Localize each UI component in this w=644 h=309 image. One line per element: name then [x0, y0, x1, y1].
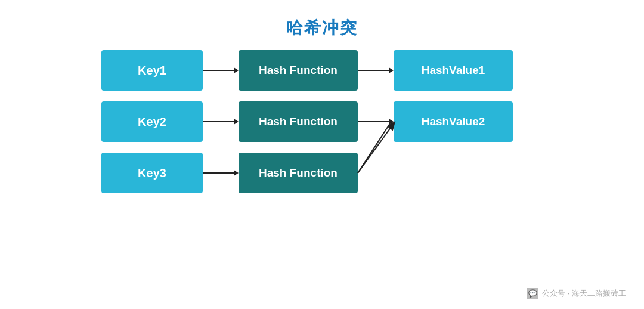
row-2: Key2 Hash Function HashValue2: [101, 101, 513, 142]
row-3: Key3 Hash Function: [101, 153, 513, 193]
hash2-box: Hash Function: [239, 101, 358, 142]
hash1-box: Hash Function: [239, 50, 358, 91]
hash3-box: Hash Function: [239, 153, 358, 193]
wechat-icon: 💬: [527, 288, 538, 299]
diagram-wrapper: Key1 Hash Function HashValue1 Key2: [101, 50, 543, 283]
arrow-hash2-value2: [358, 101, 394, 142]
value1-box: HashValue1: [394, 50, 513, 91]
arrow-key2-hash2: [203, 101, 239, 142]
page-title: 哈希冲突: [286, 17, 358, 39]
arrow-hash1-value1: [358, 50, 394, 91]
svg-marker-5: [234, 119, 239, 125]
key2-box: Key2: [101, 101, 203, 142]
watermark-text: 公众号 · 海天二路搬砖工: [542, 288, 626, 299]
svg-marker-9: [234, 170, 239, 176]
arrow-key1-hash1: [203, 50, 239, 91]
svg-marker-3: [389, 67, 394, 73]
arrow-key3-hash3: [203, 153, 239, 193]
value2-box: HashValue2: [394, 101, 513, 142]
svg-marker-1: [234, 67, 239, 73]
svg-marker-7: [389, 119, 394, 125]
rows-container: Key1 Hash Function HashValue1 Key2: [101, 50, 513, 193]
arrow-hash3-placeholder: [358, 153, 394, 193]
key3-box: Key3: [101, 153, 203, 193]
row-1: Key1 Hash Function HashValue1: [101, 50, 513, 91]
watermark: 💬 公众号 · 海天二路搬砖工: [527, 288, 626, 299]
key1-box: Key1: [101, 50, 203, 91]
